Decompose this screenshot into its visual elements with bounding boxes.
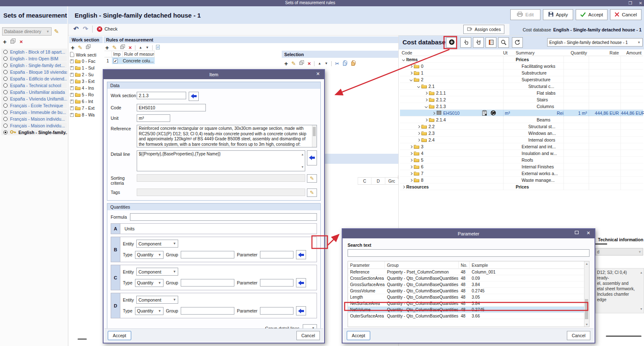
- cost-chapter-row[interactable]: 1Substructure: [400, 70, 643, 76]
- cancel-button[interactable]: Cancel: [610, 9, 641, 20]
- parameter-row[interactable]: OuterSurfaceAreaQuantity - Qto_ColumnBas…: [348, 313, 589, 319]
- item-accept-button[interactable]: Accept: [108, 331, 131, 340]
- chevron-right-icon[interactable]: [417, 132, 420, 134]
- scroll-down-icon[interactable]: ▼: [640, 306, 643, 312]
- horizontal-scrollbar[interactable]: [606, 336, 641, 337]
- database-list-item[interactable]: Français - École Technique: [1, 102, 67, 108]
- chevron-right-icon[interactable]: [410, 65, 413, 67]
- close-window-icon[interactable]: ✕: [639, 1, 642, 5]
- expand-icon[interactable]: [70, 80, 74, 83]
- work-section-node[interactable]: 7 - Ext: [70, 105, 104, 111]
- database-list-item[interactable]: English - Block of 18 apart...: [1, 49, 67, 55]
- work-section-field[interactable]: 2.1.3: [137, 92, 186, 99]
- cost-chapter-row[interactable]: 3External and int...: [400, 143, 643, 150]
- radio-icon[interactable]: [3, 103, 8, 108]
- parameter-row[interactable]: NetVolumeQuantity - Qto_ColumnBaseQuanti…: [348, 307, 589, 313]
- expand-icon[interactable]: [70, 106, 74, 110]
- type-select[interactable]: Quantity▼: [135, 251, 164, 259]
- radio-icon[interactable]: [3, 130, 8, 134]
- tab-technical-information[interactable]: Technical information: [595, 233, 644, 243]
- chevron-right-icon[interactable]: [410, 172, 413, 175]
- cost-chapter-row[interactable]: 8Waste manage...: [400, 177, 643, 183]
- parameter-row[interactable]: GrossSurfaceAreaQuantity - Qto_ColumnBas…: [348, 281, 589, 288]
- sorting-criteria-field[interactable]: [137, 174, 305, 182]
- group-input[interactable]: [181, 279, 234, 287]
- cost-item-row[interactable]: EHS010m³Rein...1 m³444,86 EUR444,86 EUR: [400, 110, 643, 116]
- chevron-right-icon[interactable]: [417, 138, 420, 141]
- edit-work-section-icon[interactable]: ✎: [78, 44, 83, 51]
- code-field[interactable]: EHS010: [137, 104, 206, 111]
- entity-select[interactable]: Component▼: [136, 268, 178, 276]
- chevron-down-icon[interactable]: [402, 58, 405, 61]
- add-work-section-icon[interactable]: +: [71, 44, 75, 51]
- pick-parameter-button[interactable]: [296, 306, 306, 315]
- database-list-item[interactable]: España - Unifamiliar aislada: [1, 89, 67, 95]
- chevron-right-icon[interactable]: [410, 165, 413, 168]
- expand-icon[interactable]: [70, 113, 74, 117]
- add-database-icon[interactable]: +: [3, 38, 7, 45]
- reference-field[interactable]: Reinforced concrete rectangular or squar…: [137, 125, 317, 147]
- expand-icon[interactable]: [70, 100, 74, 103]
- type-select[interactable]: Quantity▼: [135, 279, 164, 287]
- copy-database-icon[interactable]: [10, 39, 16, 45]
- cost-chapter-row[interactable]: 2.1.3Columns: [400, 103, 643, 110]
- expand-icon[interactable]: [70, 66, 74, 70]
- chevron-down-icon[interactable]: [417, 85, 420, 88]
- database-list-item[interactable]: English - Intro Open BIM: [1, 55, 67, 62]
- database-list-item[interactable]: English - Single-family...: [1, 129, 67, 135]
- parameter-table-scrollbar[interactable]: ▲ ▼: [584, 261, 589, 327]
- scroll-down-icon[interactable]: ▼: [301, 165, 304, 170]
- chevron-right-icon[interactable]: [410, 158, 413, 161]
- database-list-item[interactable]: Français - Maison individu...: [1, 116, 67, 122]
- apply-button[interactable]: Apply: [543, 9, 573, 20]
- parameter-dialog-close-icon[interactable]: ✕: [587, 230, 590, 236]
- entity-select[interactable]: Component▼: [136, 240, 178, 248]
- selection-move-up-icon[interactable]: ▲: [318, 62, 321, 65]
- work-section-node[interactable]: 4 - Ins: [70, 85, 104, 91]
- work-section-node[interactable]: 1 - Sul: [70, 65, 104, 71]
- imported-checkbox[interactable]: ✔: [113, 59, 118, 63]
- scroll-up-icon[interactable]: ▲: [640, 270, 643, 275]
- detail-line-field[interactable]: ${{Property},{BaseProperties},{Type Name…: [137, 150, 305, 171]
- chevron-right-icon[interactable]: [410, 145, 413, 148]
- database-list-item[interactable]: Français - Maison individu...: [1, 122, 67, 129]
- selection-move-down-icon[interactable]: ▼: [325, 62, 328, 65]
- item-dialog-close-icon[interactable]: ✕: [316, 71, 320, 77]
- radio-icon[interactable]: [3, 77, 8, 81]
- cost-chapter-row[interactable]: ResourcesPrices: [400, 183, 643, 190]
- cost-chapter-row[interactable]: 4Insulation and w...: [400, 150, 643, 157]
- add-rule-icon[interactable]: +: [105, 44, 109, 51]
- cost-chapter-row[interactable]: 2.1Structural c...: [400, 83, 643, 90]
- parameter-row[interactable]: GrossVolumeQuantity - Qto_ColumnBaseQuan…: [348, 288, 589, 294]
- cost-chapter-row[interactable]: 0Facilitating works: [400, 63, 643, 70]
- radio-icon[interactable]: [3, 63, 8, 67]
- select-concept-code-button[interactable]: #: [473, 37, 484, 48]
- radio-icon[interactable]: [3, 83, 8, 88]
- cost-chapter-row[interactable]: 2.1.1Flat slabs: [400, 90, 643, 96]
- paste-icon[interactable]: [351, 60, 356, 67]
- parameter-row[interactable]: ReferenceProperty - Pset_ColumnCommon48C…: [348, 269, 589, 275]
- chevron-right-icon[interactable]: [417, 125, 420, 128]
- database-directory-select[interactable]: Database directory▼: [2, 27, 52, 36]
- expand-icon[interactable]: [70, 59, 74, 63]
- group-input[interactable]: [181, 251, 234, 258]
- parameter-row[interactable]: NetSurfaceAreaQuantity - Qto_ColumnBaseQ…: [348, 300, 589, 307]
- chevron-right-icon[interactable]: [410, 178, 413, 181]
- cut-icon[interactable]: ✂: [335, 61, 339, 67]
- technical-info-select[interactable]: d▼: [595, 248, 643, 256]
- database-list-item[interactable]: España - Technical school: [1, 82, 67, 88]
- edit-button[interactable]: Edit: [510, 9, 540, 20]
- work-section-node[interactable]: 8 - Wa: [70, 111, 104, 118]
- cost-chapter-row[interactable]: 2.1.4Beams: [400, 116, 643, 123]
- database-list-item[interactable]: España - Vivienda Unifamili...: [1, 96, 67, 102]
- work-section-node[interactable]: 2 - Su: [70, 71, 104, 78]
- pick-detail-line-button[interactable]: [307, 150, 317, 165]
- radio-icon[interactable]: [3, 124, 8, 128]
- database-list-item[interactable]: España - Edificio de viviend...: [1, 75, 67, 82]
- detail-icon[interactable]: d: [156, 45, 160, 51]
- database-list-item[interactable]: España - Bloque 18 viviendas: [1, 69, 67, 75]
- edit-directory-icon[interactable]: ✎: [54, 28, 59, 35]
- expand-icon[interactable]: [70, 93, 74, 97]
- delete-rule-icon[interactable]: ×: [129, 44, 132, 51]
- chevron-right-icon[interactable]: [432, 111, 435, 114]
